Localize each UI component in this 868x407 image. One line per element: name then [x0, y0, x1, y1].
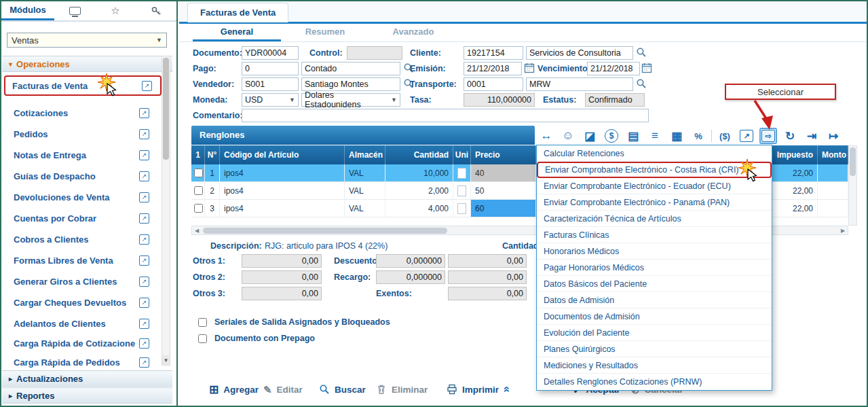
column-header[interactable]: Cantidad [385, 145, 453, 164]
send-document-icon[interactable]: ⇨ [759, 128, 777, 144]
sidebar-item-cargar-cheques-devueltos[interactable]: Cargar Cheques Devueltos↗ [7, 294, 157, 311]
emision-field[interactable] [464, 62, 522, 75]
sidebar-item-notas-de-entrega[interactable]: Notas de Entrega↗ [7, 147, 157, 163]
sidebar-item-facturas-de-venta[interactable]: Facturas de Venta ↗ [4, 75, 162, 96]
grid-icon[interactable]: ▦ [668, 128, 685, 144]
sidebar-item-carga-rapida-de-cotizaciones[interactable]: Carga Rápida de Cotizacione↗ [7, 335, 157, 351]
tab-modulos[interactable]: Módulos [1, 1, 54, 20]
prepago-checkbox[interactable] [198, 334, 207, 343]
scroll-left-icon[interactable]: ◀ [192, 228, 202, 234]
column-header[interactable]: Uni [453, 145, 471, 164]
percent-icon[interactable]: % [690, 128, 707, 144]
scrollbar-thumb[interactable] [203, 228, 447, 234]
sidebar-item-cuentas-por-cobrar[interactable]: Cuentas por Cobrar↗ [7, 210, 157, 226]
sidebar-item-pedidos[interactable]: Pedidos↗ [7, 126, 157, 142]
uni-box[interactable] [457, 185, 466, 196]
cliente-nombre-field[interactable] [526, 46, 633, 60]
column-header[interactable]: Almacén [345, 145, 385, 164]
menu-item-detalles-renglones-cotizaciones[interactable]: Detalles Renglones Cotizaciones (PRNW) [537, 374, 772, 390]
column-header[interactable]: 1 [191, 145, 205, 164]
column-header[interactable]: N° [205, 145, 220, 164]
menu-item-facturas-clinicas[interactable]: Facturas Clínicas [537, 227, 772, 243]
table-vertical-scrollbar[interactable] [848, 145, 857, 226]
menu-item-mediciones-y-resultados[interactable]: Mediciones y Resultados [537, 357, 772, 374]
imprimir-button[interactable]: Imprimir [447, 381, 499, 398]
window-tab-facturas-de-venta[interactable]: Facturas de Venta [187, 3, 288, 22]
scrollbar-thumb[interactable] [163, 58, 169, 160]
receipt-icon[interactable]: ▤ [624, 128, 642, 144]
seriales-checkbox[interactable] [198, 318, 207, 327]
customer-icon[interactable]: ☺ [559, 128, 577, 144]
checklist-icon[interactable]: ≡ [646, 128, 664, 144]
vendedor-nombre-field[interactable] [301, 77, 400, 91]
menu-item-enviar-comprobante-panama[interactable]: Enviar Comprobante Electrónico - Panamá … [537, 194, 772, 211]
sidebar-item-cobros-a-clientes[interactable]: Cobros a Clientes↗ [7, 231, 157, 247]
uni-box[interactable] [457, 203, 466, 214]
currency-icon[interactable]: ($) [716, 128, 734, 144]
row-select-checkbox[interactable] [194, 186, 203, 195]
refresh-icon[interactable]: ↻ [781, 128, 799, 144]
module-select[interactable]: Ventas ▼ [7, 33, 167, 48]
column-header[interactable]: Monto [818, 145, 848, 164]
sidebar-item-adelantos-de-clientes[interactable]: Adelantos de Clientes↗ [7, 315, 157, 332]
scrollbar-thumb[interactable] [850, 147, 856, 176]
tab-avanzado[interactable]: Avanzado [369, 24, 457, 39]
column-header[interactable]: Código del Artículo [220, 145, 345, 164]
menu-item-pagar-honorarios-medicos[interactable]: Pagar Honorarios Médicos [537, 260, 772, 276]
tab-resumen[interactable]: Resumen [281, 24, 369, 39]
sidebar-group-actualizaciones[interactable]: ▸ Actualizaciones [2, 370, 172, 387]
sidebar-item-guias-de-despacho[interactable]: Guías de Despacho↗ [7, 168, 157, 184]
menu-item-datos-de-admision[interactable]: Datos de Admisión [537, 292, 772, 308]
sidebar-item-carga-rapida-de-pedidos[interactable]: Carga Rápida de Pedidos↗ [7, 354, 157, 370]
emision-calendar-icon[interactable] [524, 63, 536, 75]
menu-item-enviar-comprobante-costa-rica[interactable]: Enviar Comprobante Electrónico - Costa R… [537, 162, 772, 178]
sidebar-item-devoluciones-de-venta[interactable]: Devoluciones de Venta↗ [7, 189, 157, 205]
transporte-search-icon[interactable] [636, 78, 648, 90]
documento-field[interactable] [242, 46, 299, 60]
menu-item-caracterizacion-tecnica[interactable]: Caracterización Técnica de Artículos [537, 211, 772, 227]
menu-item-documentos-de-admision[interactable]: Documentos de Admisión [537, 308, 772, 325]
collapse-panel-button[interactable]: « [504, 381, 510, 398]
tab-general[interactable]: General [193, 24, 281, 41]
sidebar-group-operaciones[interactable]: ▾ Operaciones [2, 56, 172, 72]
key-icon[interactable] [136, 1, 176, 20]
transporte-codigo-field[interactable] [464, 77, 523, 91]
sidebar-item-cotizaciones[interactable]: Cotizaciones↗ [7, 105, 157, 121]
import-icon[interactable]: ⇥ [803, 128, 820, 144]
cliente-codigo-field[interactable] [464, 46, 523, 60]
agregar-button[interactable]: ⊞ Agregar [209, 381, 259, 398]
sidebar-item-formas-libres-de-venta[interactable]: Formas Libres de Venta↗ [7, 252, 157, 268]
menu-item-honorarios-medicos[interactable]: Honorarios Médicos [537, 243, 772, 260]
scroll-right-icon[interactable]: ▶ [838, 228, 848, 234]
uni-box[interactable] [457, 168, 466, 179]
comentario-field[interactable] [242, 109, 649, 122]
sidebar-group-reportes[interactable]: ▸ Reportes [2, 387, 172, 404]
menu-item-evolucion-del-paciente[interactable]: Evolución del Paciente [537, 325, 772, 341]
export-icon[interactable]: ↦ [825, 128, 842, 144]
menu-item-calcular-retenciones[interactable]: Calcular Retenciones [537, 145, 772, 162]
screen-icon[interactable] [54, 1, 95, 20]
share-window-icon[interactable]: ↗ [738, 128, 755, 144]
scroll-down-icon[interactable]: ▾ [162, 355, 170, 365]
star-icon[interactable]: ☆ [95, 1, 136, 20]
vencimiento-calendar-icon[interactable] [641, 63, 654, 75]
resize-horizontal-icon[interactable]: ↔ [537, 128, 555, 144]
vencimiento-field[interactable] [587, 62, 640, 75]
editar-button[interactable]: ✎ Editar [263, 381, 303, 398]
sidebar-item-generar-giros-a-clientes[interactable]: Generar Giros a Clientes↗ [7, 273, 157, 289]
menu-item-planes-quirurgicos[interactable]: Planes Quirúrgicos [537, 341, 772, 357]
row-select-checkbox[interactable] [194, 204, 203, 213]
vendedor-codigo-field[interactable] [242, 77, 299, 91]
cliente-search-icon[interactable] [636, 47, 648, 59]
pago-codigo-field[interactable] [242, 62, 299, 75]
price-icon[interactable]: $ [603, 128, 620, 144]
moneda-nombre-select[interactable]: Dolares Estadounidens▼ [301, 93, 400, 107]
menu-item-datos-basicos-del-paciente[interactable]: Datos Básicos del Paciente [537, 276, 772, 292]
pago-nombre-field[interactable] [301, 62, 400, 75]
menu-item-enviar-comprobante-ecuador[interactable]: Enviar Comprobante Electrónico - Ecuador… [537, 178, 772, 194]
transporte-nombre-field[interactable] [526, 77, 633, 91]
sidebar-scrollbar[interactable]: ▾ [162, 56, 170, 366]
moneda-codigo-select[interactable]: USD▼ [242, 93, 299, 107]
buscar-button[interactable]: Buscar [319, 381, 366, 398]
column-header[interactable]: Precio [471, 145, 536, 164]
